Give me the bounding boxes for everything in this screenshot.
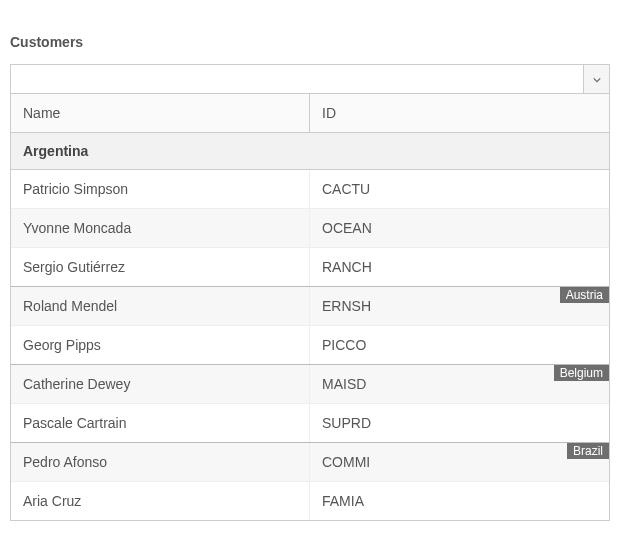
cell-id: FAMIA: [310, 482, 609, 520]
column-header-row: Name ID: [11, 94, 609, 133]
group-badge: Brazil: [567, 443, 609, 459]
customer-combobox-toggle[interactable]: [583, 65, 609, 93]
cell-id: COMMI: [310, 443, 609, 481]
cell-name: Patricio Simpson: [11, 170, 310, 208]
list-item[interactable]: Georg PippsPICCO: [11, 326, 609, 364]
cell-name: Roland Mendel: [11, 287, 310, 325]
list-item[interactable]: Aria CruzFAMIA: [11, 482, 609, 520]
column-header-id[interactable]: ID: [310, 94, 609, 132]
cell-name: Pascale Cartrain: [11, 404, 310, 442]
list-item[interactable]: Pascale CartrainSUPRD: [11, 404, 609, 442]
cell-id: PICCO: [310, 326, 609, 364]
group-header[interactable]: Argentina: [11, 133, 609, 170]
cell-id: RANCH: [310, 248, 609, 286]
group-badge: Belgium: [554, 365, 609, 381]
section-title: Customers: [10, 34, 610, 50]
cell-name: Yvonne Moncada: [11, 209, 310, 247]
list-item[interactable]: Pedro AfonsoCOMMIBrazil: [11, 442, 609, 482]
cell-name: Catherine Dewey: [11, 365, 310, 403]
cell-id: CACTU: [310, 170, 609, 208]
cell-id: SUPRD: [310, 404, 609, 442]
group-badge: Austria: [560, 287, 609, 303]
cell-name: Georg Pipps: [11, 326, 310, 364]
cell-name: Aria Cruz: [11, 482, 310, 520]
cell-name: Sergio Gutiérrez: [11, 248, 310, 286]
list-item[interactable]: Yvonne MoncadaOCEAN: [11, 209, 609, 248]
list-item[interactable]: Catherine DeweyMAISDBelgium: [11, 364, 609, 404]
cell-id: OCEAN: [310, 209, 609, 247]
customer-combobox[interactable]: [10, 64, 610, 94]
customer-dropdown-list[interactable]: Name ID ArgentinaPatricio SimpsonCACTUYv…: [10, 94, 610, 521]
cell-name: Pedro Afonso: [11, 443, 310, 481]
column-header-name[interactable]: Name: [11, 94, 310, 132]
list-item[interactable]: Sergio GutiérrezRANCH: [11, 248, 609, 286]
list-item[interactable]: Roland MendelERNSHAustria: [11, 286, 609, 326]
list-item[interactable]: Patricio SimpsonCACTU: [11, 170, 609, 209]
customer-combobox-input[interactable]: [11, 65, 583, 93]
chevron-down-icon: [593, 71, 601, 87]
